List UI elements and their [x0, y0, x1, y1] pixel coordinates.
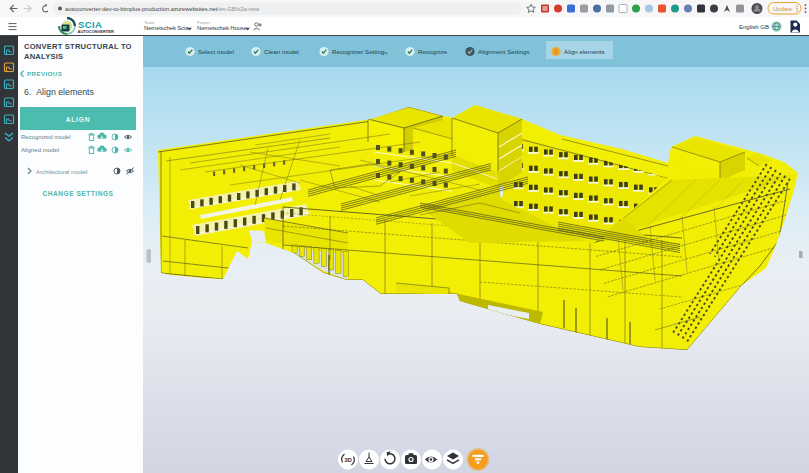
svg-text:ALIGN: ALIGN [66, 116, 91, 123]
svg-text:CONVERT STRUCTURAL TO: CONVERT STRUCTURAL TO [24, 42, 132, 51]
svg-text:Clean model: Clean model [264, 48, 299, 55]
svg-text:PREVIOUS: PREVIOUS [27, 70, 62, 77]
svg-text:Nemetschek Scia: Nemetschek Scia [144, 25, 189, 31]
svg-text:3D: 3D [344, 457, 352, 463]
svg-text:6: 6 [554, 48, 558, 55]
svg-text:AUTOCONVERTER: AUTOCONVERTER [78, 29, 114, 34]
svg-text:Align elements: Align elements [564, 48, 605, 55]
svg-text:Team: Team [144, 20, 155, 25]
svg-text:Update: Update [773, 6, 793, 12]
svg-text:ANALYSIS: ANALYSIS [24, 52, 63, 61]
svg-text:autoconverter-dev-to-bimplus-p: autoconverter-dev-to-bimplus-production.… [65, 6, 260, 12]
svg-text:Alignment Settings: Alignment Settings [478, 48, 530, 55]
svg-text:Recognize: Recognize [418, 48, 448, 55]
svg-text:Select model: Select model [198, 48, 234, 55]
svg-text:English GB: English GB [739, 24, 769, 30]
svg-text:Recognized model: Recognized model [21, 134, 71, 140]
svg-text:Recognizer Settings: Recognizer Settings [332, 48, 387, 55]
svg-text:Aligned model: Aligned model [21, 147, 59, 153]
svg-text:Project: Project [197, 20, 211, 25]
svg-text:Nemetschek House: Nemetschek House [197, 25, 248, 31]
svg-text:Architectural model: Architectural model [36, 169, 87, 175]
svg-text:6. Align elements: 6. Align elements [24, 87, 95, 97]
svg-text:CHANGE SETTINGS: CHANGE SETTINGS [43, 190, 114, 197]
